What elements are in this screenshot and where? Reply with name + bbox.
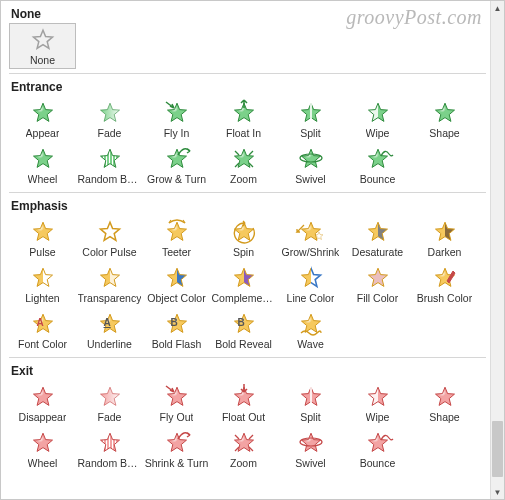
effect-emphasis-pulse[interactable]: Pulse xyxy=(9,215,76,261)
effect-emphasis-complemen[interactable]: Complemen... xyxy=(210,261,277,307)
effect-emphasis-line-color[interactable]: Line Color xyxy=(277,261,344,307)
effect-emphasis-grow-shrink[interactable]: Grow/Shrink xyxy=(277,215,344,261)
effect-entrance-shape[interactable]: Shape xyxy=(411,96,478,142)
effect-emphasis-fill-color[interactable]: Fill Color xyxy=(344,261,411,307)
effect-label: Desaturate xyxy=(352,246,403,258)
effect-emphasis-object-color[interactable]: Object Color xyxy=(143,261,210,307)
effect-emphasis-bold-reveal[interactable]: BBold Reveal xyxy=(210,307,277,353)
star-icon xyxy=(363,100,393,126)
section-grid-entrance: Appear Fade Fly In Float In Spli xyxy=(9,96,486,188)
effect-entrance-split[interactable]: Split xyxy=(277,96,344,142)
effect-entrance-grow-turn[interactable]: Grow & Turn xyxy=(143,142,210,188)
effect-label: Bounce xyxy=(360,173,396,185)
section-header-exit: Exit xyxy=(9,362,486,380)
effect-entrance-zoom[interactable]: Zoom xyxy=(210,142,277,188)
star-icon: A xyxy=(28,311,58,337)
effect-label: Grow/Shrink xyxy=(282,246,340,258)
effect-exit-disappear[interactable]: Disappear xyxy=(9,380,76,426)
effect-exit-zoom[interactable]: Zoom xyxy=(210,426,277,472)
effect-entrance-fade[interactable]: Fade xyxy=(76,96,143,142)
section-grid-exit: Disappear Fade Fly Out Float Out xyxy=(9,380,486,472)
effect-entrance-wipe[interactable]: Wipe xyxy=(344,96,411,142)
effect-label: Swivel xyxy=(295,457,325,469)
effect-emphasis-lighten[interactable]: Lighten xyxy=(9,261,76,307)
star-icon xyxy=(229,430,259,456)
star-icon xyxy=(162,430,192,456)
star-icon xyxy=(296,265,326,291)
effect-none-none[interactable]: None xyxy=(9,23,76,69)
vertical-scrollbar[interactable]: ▲ ▼ xyxy=(490,1,504,499)
effect-exit-shape[interactable]: Shape xyxy=(411,380,478,426)
effect-exit-bounce[interactable]: Bounce xyxy=(344,426,411,472)
star-icon xyxy=(363,430,393,456)
effect-label: Font Color xyxy=(18,338,67,350)
effects-gallery: NoneNoneEntrance Appear Fade Fly In xyxy=(1,1,490,499)
star-icon xyxy=(229,265,259,291)
effect-emphasis-wave[interactable]: Wave xyxy=(277,307,344,353)
effect-exit-shrink-turn[interactable]: Shrink & Turn xyxy=(143,426,210,472)
effect-emphasis-teeter[interactable]: Teeter xyxy=(143,215,210,261)
effect-exit-swivel[interactable]: Swivel xyxy=(277,426,344,472)
section-grid-emphasis: PulseColor Pulse Teeter Spin xyxy=(9,215,486,353)
effect-label: Fade xyxy=(98,127,122,139)
effect-exit-split[interactable]: Split xyxy=(277,380,344,426)
star-icon xyxy=(28,430,58,456)
effect-exit-fade[interactable]: Fade xyxy=(76,380,143,426)
effect-label: Random Bars xyxy=(78,173,142,185)
effect-exit-float-out[interactable]: Float Out xyxy=(210,380,277,426)
effect-label: Split xyxy=(300,411,320,423)
effect-label: Transparency xyxy=(78,292,142,304)
scroll-down-button[interactable]: ▼ xyxy=(491,485,504,499)
effect-label: Shape xyxy=(429,127,459,139)
effect-label: Zoom xyxy=(230,457,257,469)
effect-entrance-float-in[interactable]: Float In xyxy=(210,96,277,142)
star-icon xyxy=(28,219,58,245)
effect-label: Complemen... xyxy=(212,292,276,304)
effect-entrance-bounce[interactable]: Bounce xyxy=(344,142,411,188)
effect-emphasis-darken[interactable]: Darken xyxy=(411,215,478,261)
effect-label: Lighten xyxy=(25,292,59,304)
effect-entrance-random-bars[interactable]: Random Bars xyxy=(76,142,143,188)
effect-label: Split xyxy=(300,127,320,139)
effect-label: Shrink & Turn xyxy=(145,457,209,469)
star-icon xyxy=(296,146,326,172)
star-icon xyxy=(363,219,393,245)
effect-emphasis-underline[interactable]: AUnderline xyxy=(76,307,143,353)
effect-exit-random-bars[interactable]: Random Bars xyxy=(76,426,143,472)
effect-label: Fill Color xyxy=(357,292,398,304)
effect-entrance-fly-in[interactable]: Fly In xyxy=(143,96,210,142)
effect-label: Grow & Turn xyxy=(147,173,206,185)
effect-entrance-appear[interactable]: Appear xyxy=(9,96,76,142)
section-separator xyxy=(9,357,486,358)
svg-rect-0 xyxy=(310,102,312,124)
star-icon xyxy=(296,311,326,337)
star-icon xyxy=(229,100,259,126)
effect-entrance-wheel[interactable]: Wheel xyxy=(9,142,76,188)
star-icon xyxy=(296,430,326,456)
section-separator xyxy=(9,73,486,74)
star-icon xyxy=(296,219,326,245)
effect-label: Zoom xyxy=(230,173,257,185)
effect-emphasis-bold-flash[interactable]: BBold Flash xyxy=(143,307,210,353)
effect-emphasis-brush-color[interactable]: Brush Color xyxy=(411,261,478,307)
scroll-thumb[interactable] xyxy=(492,421,503,477)
effect-label: Float Out xyxy=(222,411,265,423)
star-icon xyxy=(28,100,58,126)
section-header-emphasis: Emphasis xyxy=(9,197,486,215)
star-icon xyxy=(229,384,259,410)
effect-emphasis-desaturate[interactable]: Desaturate xyxy=(344,215,411,261)
star-icon xyxy=(162,100,192,126)
effect-emphasis-spin[interactable]: Spin xyxy=(210,215,277,261)
scroll-up-button[interactable]: ▲ xyxy=(491,1,504,15)
effect-emphasis-font-color[interactable]: AFont Color xyxy=(9,307,76,353)
effect-emphasis-color-pulse[interactable]: Color Pulse xyxy=(76,215,143,261)
effect-exit-fly-out[interactable]: Fly Out xyxy=(143,380,210,426)
effect-emphasis-transparency[interactable]: Transparency xyxy=(76,261,143,307)
effect-label: Teeter xyxy=(162,246,191,258)
scroll-track[interactable] xyxy=(491,15,504,485)
effect-label: Disappear xyxy=(19,411,67,423)
star-icon xyxy=(162,146,192,172)
effect-exit-wipe[interactable]: Wipe xyxy=(344,380,411,426)
effect-exit-wheel[interactable]: Wheel xyxy=(9,426,76,472)
effect-entrance-swivel[interactable]: Swivel xyxy=(277,142,344,188)
